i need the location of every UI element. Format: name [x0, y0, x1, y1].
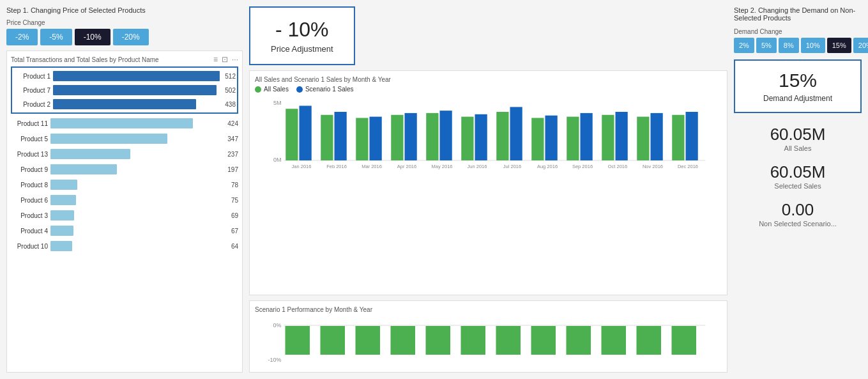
chart-legend: All SalesScenario 1 Sales: [255, 86, 722, 93]
legend-label: All Sales: [264, 86, 289, 93]
bar-fill: [50, 226, 73, 236]
bar-row[interactable]: Product 675: [11, 193, 238, 207]
price-change-section: Price Change -2%-5%-10%-20%: [6, 19, 243, 45]
bar-row[interactable]: Product 9197: [11, 162, 238, 176]
svg-text:-10%: -10%: [268, 357, 281, 363]
svg-rect-18: [461, 117, 473, 160]
bar-fill: [50, 149, 130, 159]
more-icon[interactable]: ···: [232, 55, 238, 64]
center-panel: - 10% Price Adjustment All Sales and Sce…: [249, 6, 727, 373]
stat-item: 0.00Non Selected Scenario...: [734, 200, 862, 228]
bar-row[interactable]: Product 2438: [13, 97, 236, 111]
price-button-row: -2%-5%-10%-20%: [6, 29, 243, 45]
bar-fill: [53, 71, 220, 81]
demand-adjustment-box: 15% Demand Adjustment: [734, 59, 862, 113]
bar-row[interactable]: Product 13237: [11, 147, 238, 161]
svg-rect-13: [405, 113, 417, 160]
svg-rect-10: [370, 117, 382, 160]
top-line-chart: All Sales and Scenario 1 Sales by Month …: [249, 70, 727, 295]
svg-rect-51: [602, 326, 627, 355]
bar-container: [53, 85, 220, 95]
bar-container: [50, 180, 226, 190]
bar-container: [50, 118, 222, 128]
svg-rect-28: [581, 113, 593, 160]
bar-label: Product 13: [11, 151, 48, 158]
bar-row[interactable]: Product 878: [11, 178, 238, 192]
demand-button-row: 2%5%8%10%15%20%: [734, 38, 862, 53]
svg-text:Feb 2016: Feb 2016: [326, 164, 347, 169]
stat-label: Non Selected Scenario...: [734, 220, 862, 228]
bar-container: [53, 71, 220, 81]
demand-btn-8[interactable]: 8%: [779, 38, 799, 53]
svg-rect-9: [356, 118, 368, 161]
svg-text:5M: 5M: [273, 100, 282, 106]
svg-rect-49: [531, 326, 556, 355]
legend-dot: [296, 86, 303, 93]
price-btn--10[interactable]: -10%: [75, 29, 110, 45]
bar-value: 64: [231, 243, 238, 250]
expand-icon[interactable]: ⊡: [222, 55, 228, 64]
bar-container: [50, 149, 222, 159]
bar-value: 424: [227, 120, 238, 127]
bar-row[interactable]: Product 7502: [13, 83, 236, 97]
demand-btn-10[interactable]: 10%: [801, 38, 825, 53]
center-top-row: - 10% Price Adjustment: [249, 6, 727, 65]
bar-label: Product 5: [11, 135, 48, 143]
scenario-chart-svg: 0%-10%: [255, 316, 722, 367]
bar-container: [50, 195, 226, 205]
bar-row[interactable]: Product 11424: [11, 116, 238, 130]
top-chart-title: All Sales and Scenario 1 Sales by Month …: [255, 76, 722, 83]
bar-label: Product 4: [11, 228, 48, 235]
svg-rect-27: [567, 117, 579, 160]
bar-value: 512: [225, 73, 236, 80]
price-btn--20[interactable]: -20%: [113, 29, 149, 45]
demand-btn-15[interactable]: 15%: [827, 38, 851, 53]
bar-value: 502: [225, 87, 236, 94]
bar-value: 237: [227, 151, 238, 158]
bar-row[interactable]: Product 1512: [13, 69, 236, 83]
svg-rect-15: [426, 113, 438, 160]
svg-rect-31: [616, 112, 628, 160]
hamburger-icon[interactable]: ≡: [213, 55, 218, 64]
svg-text:Nov 2016: Nov 2016: [643, 164, 663, 169]
svg-rect-37: [686, 112, 698, 160]
bar-value: 197: [227, 166, 238, 173]
bar-row[interactable]: Product 467: [11, 224, 238, 238]
legend-dot: [255, 86, 261, 93]
bar-label: Product 6: [11, 197, 48, 204]
demand-btn-2[interactable]: 2%: [734, 38, 754, 53]
scenario-title: Scenario 1 Performance by Month & Year: [255, 306, 722, 313]
legend-label: Scenario 1 Sales: [305, 86, 354, 93]
svg-rect-25: [545, 116, 558, 160]
svg-rect-3: [286, 109, 298, 160]
bar-row[interactable]: Product 5347: [11, 132, 238, 146]
svg-rect-4: [300, 106, 312, 161]
bar-row[interactable]: Product 369: [11, 208, 238, 222]
price-btn--5[interactable]: -5%: [40, 29, 72, 45]
svg-rect-19: [475, 114, 487, 160]
bar-container: [50, 210, 226, 220]
demand-btn-20[interactable]: 20%: [853, 38, 868, 53]
svg-rect-24: [531, 118, 544, 161]
stat-item: 60.05MAll Sales: [734, 125, 862, 152]
demand-btn-5[interactable]: 5%: [756, 38, 777, 53]
stats-section: 60.05MAll Sales60.05MSelected Sales0.00N…: [734, 125, 862, 228]
svg-text:Dec 2016: Dec 2016: [678, 164, 698, 169]
legend-item: Scenario 1 Sales: [296, 86, 354, 93]
stat-value: 60.05M: [734, 162, 862, 182]
step1-title: Step 1. Changing Price of Selected Produ…: [6, 6, 243, 14]
stat-label: Selected Sales: [734, 182, 862, 190]
bar-fill: [50, 180, 77, 190]
svg-rect-16: [440, 111, 452, 160]
bar-fill: [50, 118, 193, 128]
svg-rect-6: [321, 115, 333, 160]
svg-rect-52: [637, 326, 662, 355]
demand-adj-label: Demand Adjustment: [748, 94, 848, 103]
svg-text:Jan 2016: Jan 2016: [292, 164, 312, 169]
bar-container: [50, 226, 226, 236]
bar-row[interactable]: Product 1064: [11, 239, 238, 253]
demand-change-label: Demand Change: [734, 28, 862, 35]
price-btn--2[interactable]: -2%: [6, 29, 38, 45]
bar-label: Product 11: [11, 120, 48, 127]
stat-label: All Sales: [734, 144, 862, 152]
